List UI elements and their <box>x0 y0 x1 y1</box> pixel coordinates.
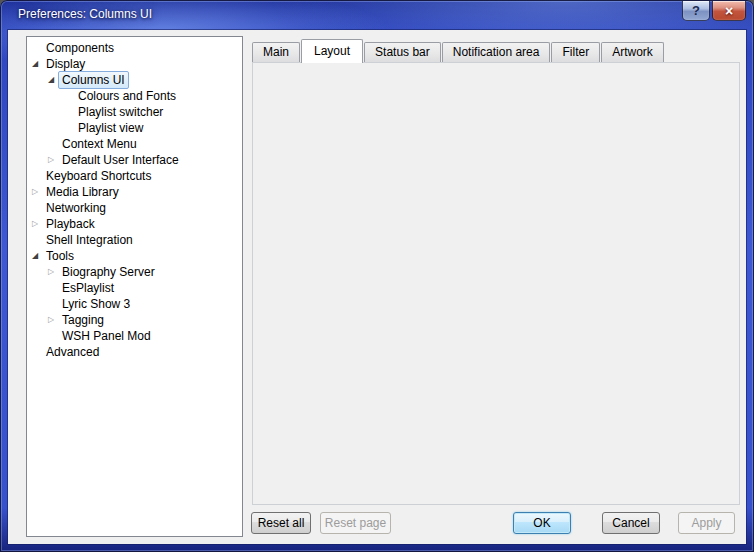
help-icon[interactable]: ? <box>682 1 710 21</box>
tree-item-lyric-show-3[interactable]: Lyric Show 3 <box>27 296 242 312</box>
close-glyph: × <box>725 3 733 19</box>
tree-item-tools[interactable]: ◢Tools <box>27 248 242 264</box>
tree-item-default-user-interface[interactable]: ▷Default User Interface <box>27 152 242 168</box>
apply-button[interactable]: Apply <box>678 512 735 534</box>
tab-filter[interactable]: Filter <box>551 42 600 62</box>
tree-item-networking[interactable]: Networking <box>27 200 242 216</box>
expander-expanded-icon[interactable]: ◢ <box>44 72 58 88</box>
tree-item-label[interactable]: Advanced <box>42 343 103 361</box>
tree-item-advanced[interactable]: Advanced <box>27 344 242 360</box>
tab-bar: Main Layout Status bar Notification area… <box>252 40 665 62</box>
reset-all-button[interactable]: Reset all <box>251 512 311 534</box>
tree-item-context-menu[interactable]: Context Menu <box>27 136 242 152</box>
tree-item-keyboard-shortcuts[interactable]: Keyboard Shortcuts <box>27 168 242 184</box>
reset-page-button[interactable]: Reset page <box>320 512 391 534</box>
tree-item-esplaylist[interactable]: EsPlaylist <box>27 280 242 296</box>
expander-collapsed-icon[interactable]: ▷ <box>44 264 58 280</box>
tree-item-wsh-panel-mod[interactable]: WSH Panel Mod <box>27 328 242 344</box>
client-area: Components◢Display◢Columns UIColours and… <box>8 30 746 544</box>
expander-collapsed-icon[interactable]: ▷ <box>44 152 58 168</box>
tree-item-biography-server[interactable]: ▷Biography Server <box>27 264 242 280</box>
expander-collapsed-icon[interactable]: ▷ <box>28 216 42 232</box>
tree-item-display[interactable]: ◢Display <box>27 56 242 72</box>
tree-item-colours-and-fonts[interactable]: Colours and Fonts <box>27 88 242 104</box>
tab-artwork[interactable]: Artwork <box>601 42 664 62</box>
expander-expanded-icon[interactable]: ◢ <box>28 248 42 264</box>
expander-collapsed-icon[interactable]: ▷ <box>44 312 58 328</box>
tree-item-shell-integration[interactable]: Shell Integration <box>27 232 242 248</box>
close-icon[interactable]: × <box>712 1 746 21</box>
tab-notification-area[interactable]: Notification area <box>442 42 551 62</box>
tree-item-columns-ui[interactable]: ◢Columns UI <box>27 72 242 88</box>
layout-tab-page <box>252 62 740 505</box>
tree-item-playlist-switcher[interactable]: Playlist switcher <box>27 104 242 120</box>
window-title: Preferences: Columns UI <box>18 7 152 21</box>
preferences-window: Preferences: Columns UI ? × Components◢D… <box>0 0 754 552</box>
tab-main[interactable]: Main <box>252 42 300 62</box>
tree-item-playback[interactable]: ▷Playback <box>27 216 242 232</box>
ok-button[interactable]: OK <box>513 512 571 534</box>
help-glyph: ? <box>692 3 700 18</box>
preferences-nav-tree[interactable]: Components◢Display◢Columns UIColours and… <box>26 36 243 537</box>
tree-item-components[interactable]: Components <box>27 40 242 56</box>
tree-item-tagging[interactable]: ▷Tagging <box>27 312 242 328</box>
expander-collapsed-icon[interactable]: ▷ <box>28 184 42 200</box>
tab-status-bar[interactable]: Status bar <box>364 42 441 62</box>
expander-expanded-icon[interactable]: ◢ <box>28 56 42 72</box>
tree-item-media-library[interactable]: ▷Media Library <box>27 184 242 200</box>
tab-layout[interactable]: Layout <box>301 39 363 63</box>
titlebar[interactable]: Preferences: Columns UI ? × <box>0 0 754 30</box>
tree-item-playlist-view[interactable]: Playlist view <box>27 120 242 136</box>
cancel-button[interactable]: Cancel <box>602 512 660 534</box>
